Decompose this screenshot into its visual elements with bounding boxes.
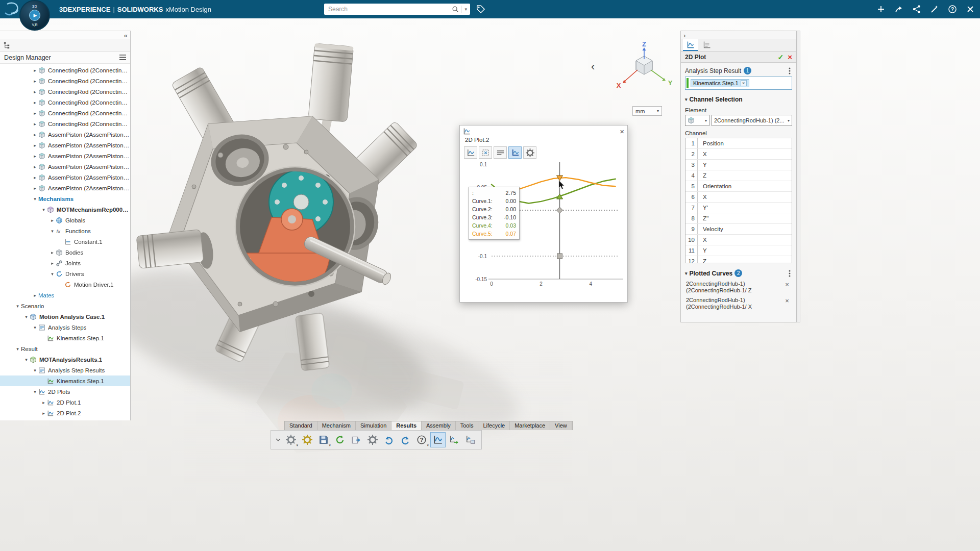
- collapse-arrow-icon[interactable]: ▾: [32, 196, 38, 202]
- expand-arrow-icon[interactable]: ▸: [49, 250, 56, 255]
- tree-item-assempiston-2assempiston-1[interactable]: ▸AssemPiston (2AssemPiston-1...: [0, 183, 130, 193]
- section-collapse-icon[interactable]: ▾: [685, 271, 688, 276]
- tab-2d-plot-icon[interactable]: [683, 39, 698, 51]
- tree-item-kinematics-step-1[interactable]: Kinematics Step.1: [0, 375, 130, 386]
- close-icon[interactable]: [966, 5, 975, 14]
- tree-item-functions[interactable]: ▾fxFunctions: [0, 226, 130, 236]
- collapse-right-panel-icon[interactable]: ›: [683, 32, 685, 39]
- chip-remove-icon[interactable]: ×: [741, 80, 747, 86]
- expand-arrow-icon[interactable]: ▸: [32, 121, 38, 127]
- redo-icon[interactable]: [398, 432, 413, 447]
- expand-arrow-icon[interactable]: ▸: [32, 132, 38, 137]
- tree-item-assempiston-2assempiston-1[interactable]: ▸AssemPiston (2AssemPiston-1...: [0, 151, 130, 161]
- tree-item-connectingrod-2connectingr[interactable]: ▸ConnectingRod (2ConnectingR...: [0, 118, 130, 129]
- tab-plot-list-icon[interactable]: [699, 39, 715, 51]
- remove-curve-icon[interactable]: ×: [783, 297, 791, 305]
- share-icon[interactable]: [894, 5, 903, 14]
- tree-item-2d-plot-1[interactable]: ▸2D Plot.1: [0, 397, 130, 408]
- channel-row-4[interactable]: 4Z: [685, 170, 792, 181]
- tag-icon[interactable]: [476, 4, 485, 14]
- channel-row-2[interactable]: 2X: [685, 149, 792, 160]
- curve-style-icon[interactable]: [494, 146, 507, 159]
- channel-row-12[interactable]: 12Z: [685, 256, 792, 263]
- element-type-dropdown[interactable]: ▾: [685, 115, 709, 126]
- tree-item-result[interactable]: ▾Result: [0, 343, 130, 354]
- tree-item-2d-plot-2[interactable]: ▸2D Plot.2: [0, 408, 130, 418]
- collapse-left-panel-icon[interactable]: «: [124, 32, 128, 39]
- apply-check-icon[interactable]: ✓: [778, 53, 784, 61]
- tree-item-connectingrod-2connectingr[interactable]: ▸ConnectingRod (2ConnectingR...: [0, 97, 130, 108]
- tab-standard[interactable]: Standard: [285, 421, 317, 430]
- collapse-arrow-icon[interactable]: ▾: [49, 229, 56, 234]
- tree-item-mechanisms[interactable]: ▾Mechanisms: [0, 193, 130, 204]
- collapse-arrow-icon[interactable]: ▾: [23, 357, 30, 362]
- cancel-icon[interactable]: ×: [788, 53, 792, 61]
- channel-row-6[interactable]: 6X: [685, 192, 792, 203]
- tree-item-motion-driver-1[interactable]: Motion Driver.1: [0, 279, 130, 290]
- undo-icon[interactable]: [381, 432, 397, 447]
- plot-2d-icon[interactable]: [430, 432, 446, 447]
- export-plot-image-icon[interactable]: [447, 432, 462, 447]
- tree-item-2d-plots[interactable]: ▾2D Plots: [0, 386, 130, 397]
- expand-arrow-icon[interactable]: ▸: [32, 186, 38, 191]
- expand-arrow-icon[interactable]: ▸: [40, 400, 47, 405]
- tree-item-motion-analysis-case-1[interactable]: ▾Motion Analysis Case.1: [0, 311, 130, 322]
- collapse-arrow-icon[interactable]: ▾: [14, 304, 21, 309]
- update-icon[interactable]: [332, 432, 348, 447]
- axis-settings-icon[interactable]: [508, 146, 522, 159]
- export-plot-data-icon[interactable]: [463, 432, 478, 447]
- plotted-curve-item[interactable]: 2ConnectingRodHub-1)(2ConnectingRodHub-1…: [685, 279, 792, 295]
- 3ds-logo-icon[interactable]: [3, 2, 20, 17]
- collapse-arrow-icon[interactable]: ▾: [14, 346, 21, 352]
- plot-window[interactable]: × 2D Plot.2 0.10.050-0.05-0.1-0.15024 :2…: [459, 125, 628, 303]
- zoom-fit-icon[interactable]: [479, 146, 492, 159]
- units-dropdown[interactable]: mm ▾: [632, 106, 662, 116]
- tree-item-joints[interactable]: ▸Joints: [0, 258, 130, 268]
- expand-arrow-icon[interactable]: ▸: [32, 164, 38, 169]
- remove-curve-icon[interactable]: ×: [783, 281, 791, 288]
- expand-arrow-icon[interactable]: ▸: [32, 68, 38, 73]
- tree-item-assempiston-2assempiston-1[interactable]: ▸AssemPiston (2AssemPiston-1...: [0, 161, 130, 172]
- tree-item-connectingrod-2connectingr[interactable]: ▸ConnectingRod (2ConnectingR...: [0, 86, 130, 97]
- view-triad[interactable]: Z X Y: [610, 41, 682, 97]
- help-icon[interactable]: ?▾: [414, 432, 429, 447]
- expand-arrow-icon[interactable]: ▸: [40, 411, 47, 416]
- collapse-arrow-icon[interactable]: ▾: [40, 207, 47, 212]
- panel-menu-icon[interactable]: [119, 55, 126, 60]
- viewport-collapse-chevron-icon[interactable]: ‹: [591, 61, 595, 72]
- collapse-arrow-icon[interactable]: ▾: [49, 271, 56, 277]
- element-dropdown[interactable]: 2ConnectingRodHub-1) (2... ▾: [712, 115, 792, 126]
- tree-item-analysis-step-results[interactable]: ▾Analysis Step Results: [0, 365, 130, 375]
- tree-item-analysis-steps[interactable]: ▾Analysis Steps: [0, 322, 130, 333]
- expand-arrow-icon[interactable]: ▸: [32, 79, 38, 84]
- section-collapse-icon[interactable]: ▾: [685, 97, 688, 102]
- compass-play-icon[interactable]: ▶: [29, 10, 40, 21]
- add-icon[interactable]: [876, 5, 886, 14]
- analysis-step-input[interactable]: Kinematics Step.1 ×: [685, 77, 792, 90]
- 3dexperience-compass[interactable]: 3D ▶ V,R: [19, 0, 50, 31]
- tree-item-connectingrod-2connectingr[interactable]: ▸ConnectingRod (2ConnectingR...: [0, 65, 130, 76]
- tree-view-icon[interactable]: [3, 41, 11, 49]
- tree-item-drivers[interactable]: ▾Drivers: [0, 268, 130, 279]
- tree-item-motmechanismrep00000[interactable]: ▾MOTMechanismRep00000...: [0, 204, 130, 215]
- search-input[interactable]: [328, 6, 452, 13]
- tree-item-connectingrod-2connectingr[interactable]: ▸ConnectingRod (2ConnectingR...: [0, 76, 130, 86]
- collapse-toolbar-icon[interactable]: [274, 432, 282, 447]
- channel-row-3[interactable]: 3Y: [685, 160, 792, 170]
- tree-item-scenario[interactable]: ▾Scenario: [0, 300, 130, 311]
- search-options-chevron-icon[interactable]: ▾: [463, 7, 468, 12]
- plotted-curves-menu-icon[interactable]: [787, 270, 792, 277]
- cursor-marker-square[interactable]: [557, 254, 562, 259]
- save-icon[interactable]: ▾: [316, 432, 331, 447]
- plotted-curve-item[interactable]: 2ConnectingRodHub-1)(2ConnectingRodHub-1…: [685, 295, 792, 312]
- expand-arrow-icon[interactable]: ▸: [32, 175, 38, 180]
- model-settings-gear-icon[interactable]: ▾: [283, 432, 299, 447]
- expand-arrow-icon[interactable]: ▸: [49, 261, 56, 266]
- network-icon[interactable]: [912, 5, 921, 14]
- tree-item-bodies[interactable]: ▸Bodies: [0, 247, 130, 258]
- analysis-step-chip[interactable]: Kinematics Step.1 ×: [691, 79, 749, 87]
- expand-arrow-icon[interactable]: ▸: [32, 100, 38, 105]
- channel-row-11[interactable]: 11Y: [685, 245, 792, 256]
- tree-item-mates[interactable]: ▸Mates: [0, 290, 130, 300]
- simulate-gear-icon[interactable]: [300, 432, 315, 447]
